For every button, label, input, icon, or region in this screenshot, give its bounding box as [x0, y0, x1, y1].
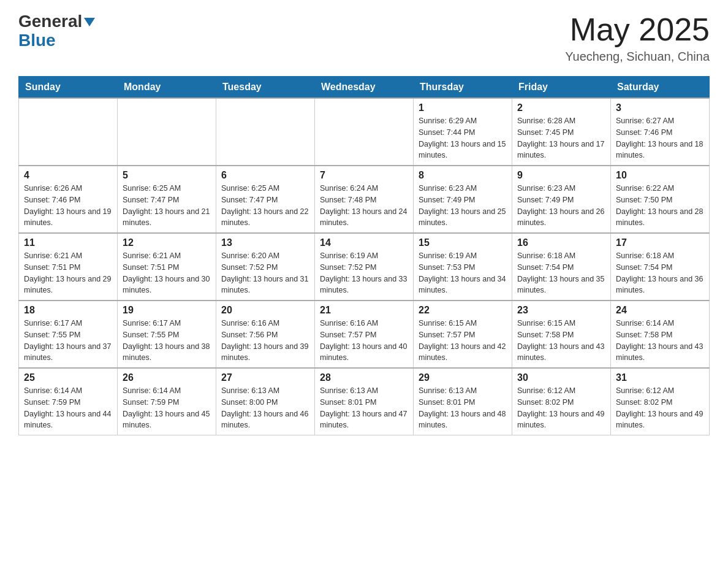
calendar-day-24: 24Sunrise: 6:14 AMSunset: 7:58 PMDayligh…	[611, 301, 710, 368]
day-number: 20	[221, 305, 309, 316]
calendar-day-27: 27Sunrise: 6:13 AMSunset: 8:00 PMDayligh…	[216, 368, 315, 435]
day-info: Sunrise: 6:17 AMSunset: 7:55 PMDaylight:…	[24, 318, 112, 364]
calendar-empty-cell	[118, 98, 216, 166]
calendar-day-21: 21Sunrise: 6:16 AMSunset: 7:57 PMDayligh…	[315, 301, 414, 368]
calendar-day-3: 3Sunrise: 6:27 AMSunset: 7:46 PMDaylight…	[611, 98, 710, 166]
weekday-header-monday: Monday	[118, 77, 216, 99]
calendar-day-25: 25Sunrise: 6:14 AMSunset: 7:59 PMDayligh…	[19, 368, 118, 435]
day-info: Sunrise: 6:22 AMSunset: 7:50 PMDaylight:…	[616, 183, 704, 229]
day-info: Sunrise: 6:25 AMSunset: 7:47 PMDaylight:…	[221, 183, 309, 229]
calendar-day-23: 23Sunrise: 6:15 AMSunset: 7:58 PMDayligh…	[512, 301, 611, 368]
weekday-header-tuesday: Tuesday	[216, 77, 315, 99]
day-info: Sunrise: 6:27 AMSunset: 7:46 PMDaylight:…	[616, 115, 704, 161]
calendar-day-30: 30Sunrise: 6:12 AMSunset: 8:02 PMDayligh…	[512, 368, 611, 435]
logo-arrow-icon	[84, 18, 95, 29]
day-info: Sunrise: 6:18 AMSunset: 7:54 PMDaylight:…	[517, 250, 605, 296]
day-number: 29	[419, 372, 507, 383]
calendar-table: SundayMondayTuesdayWednesdayThursdayFrid…	[18, 76, 710, 435]
day-number: 17	[616, 237, 704, 248]
day-info: Sunrise: 6:21 AMSunset: 7:51 PMDaylight:…	[123, 250, 211, 296]
logo-blue: Blue	[18, 31, 56, 50]
day-info: Sunrise: 6:26 AMSunset: 7:46 PMDaylight:…	[24, 183, 112, 229]
weekday-header-wednesday: Wednesday	[315, 77, 414, 99]
logo-general: General	[18, 12, 82, 31]
day-number: 26	[123, 372, 211, 383]
day-info: Sunrise: 6:16 AMSunset: 7:56 PMDaylight:…	[221, 318, 309, 364]
day-number: 22	[419, 305, 507, 316]
day-number: 1	[419, 102, 507, 113]
calendar-header-row: SundayMondayTuesdayWednesdayThursdayFrid…	[19, 77, 710, 99]
calendar-day-18: 18Sunrise: 6:17 AMSunset: 7:55 PMDayligh…	[19, 301, 118, 368]
calendar-day-4: 4Sunrise: 6:26 AMSunset: 7:46 PMDaylight…	[19, 166, 118, 233]
calendar-day-11: 11Sunrise: 6:21 AMSunset: 7:51 PMDayligh…	[19, 233, 118, 301]
day-info: Sunrise: 6:29 AMSunset: 7:44 PMDaylight:…	[419, 115, 507, 161]
month-year-title: May 2025	[565, 12, 710, 47]
day-info: Sunrise: 6:13 AMSunset: 8:00 PMDaylight:…	[221, 385, 309, 431]
calendar-day-16: 16Sunrise: 6:18 AMSunset: 7:54 PMDayligh…	[512, 233, 611, 301]
day-number: 8	[419, 170, 507, 181]
weekday-header-thursday: Thursday	[414, 77, 512, 99]
calendar-day-12: 12Sunrise: 6:21 AMSunset: 7:51 PMDayligh…	[118, 233, 216, 301]
calendar-day-13: 13Sunrise: 6:20 AMSunset: 7:52 PMDayligh…	[216, 233, 315, 301]
day-info: Sunrise: 6:13 AMSunset: 8:01 PMDaylight:…	[419, 385, 507, 431]
calendar-day-15: 15Sunrise: 6:19 AMSunset: 7:53 PMDayligh…	[414, 233, 512, 301]
calendar-week-row: 4Sunrise: 6:26 AMSunset: 7:46 PMDaylight…	[19, 166, 710, 233]
day-info: Sunrise: 6:14 AMSunset: 7:59 PMDaylight:…	[24, 385, 112, 431]
day-info: Sunrise: 6:25 AMSunset: 7:47 PMDaylight:…	[123, 183, 211, 229]
day-info: Sunrise: 6:24 AMSunset: 7:48 PMDaylight:…	[320, 183, 408, 229]
day-info: Sunrise: 6:17 AMSunset: 7:55 PMDaylight:…	[123, 318, 211, 364]
day-number: 6	[221, 170, 309, 181]
day-number: 19	[123, 305, 211, 316]
day-number: 11	[24, 237, 112, 248]
day-number: 13	[221, 237, 309, 248]
calendar-day-6: 6Sunrise: 6:25 AMSunset: 7:47 PMDaylight…	[216, 166, 315, 233]
day-info: Sunrise: 6:19 AMSunset: 7:53 PMDaylight:…	[419, 250, 507, 296]
day-info: Sunrise: 6:14 AMSunset: 7:58 PMDaylight:…	[616, 318, 704, 364]
calendar-day-9: 9Sunrise: 6:23 AMSunset: 7:49 PMDaylight…	[512, 166, 611, 233]
calendar-day-17: 17Sunrise: 6:18 AMSunset: 7:54 PMDayligh…	[611, 233, 710, 301]
calendar-day-19: 19Sunrise: 6:17 AMSunset: 7:55 PMDayligh…	[118, 301, 216, 368]
day-number: 16	[517, 237, 605, 248]
calendar-day-28: 28Sunrise: 6:13 AMSunset: 8:01 PMDayligh…	[315, 368, 414, 435]
calendar-day-10: 10Sunrise: 6:22 AMSunset: 7:50 PMDayligh…	[611, 166, 710, 233]
calendar-week-row: 11Sunrise: 6:21 AMSunset: 7:51 PMDayligh…	[19, 233, 710, 301]
day-number: 5	[123, 170, 211, 181]
calendar-day-20: 20Sunrise: 6:16 AMSunset: 7:56 PMDayligh…	[216, 301, 315, 368]
day-info: Sunrise: 6:23 AMSunset: 7:49 PMDaylight:…	[419, 183, 507, 229]
day-number: 9	[517, 170, 605, 181]
calendar-day-2: 2Sunrise: 6:28 AMSunset: 7:45 PMDaylight…	[512, 98, 611, 166]
day-number: 21	[320, 305, 408, 316]
calendar-empty-cell	[315, 98, 414, 166]
logo: General Blue	[18, 12, 95, 50]
location-subtitle: Yuecheng, Sichuan, China	[565, 50, 710, 64]
day-number: 14	[320, 237, 408, 248]
day-info: Sunrise: 6:16 AMSunset: 7:57 PMDaylight:…	[320, 318, 408, 364]
calendar-day-29: 29Sunrise: 6:13 AMSunset: 8:01 PMDayligh…	[414, 368, 512, 435]
day-number: 18	[24, 305, 112, 316]
calendar-day-7: 7Sunrise: 6:24 AMSunset: 7:48 PMDaylight…	[315, 166, 414, 233]
day-number: 7	[320, 170, 408, 181]
day-info: Sunrise: 6:14 AMSunset: 7:59 PMDaylight:…	[123, 385, 211, 431]
title-section: May 2025 Yuecheng, Sichuan, China	[565, 12, 710, 64]
day-number: 15	[419, 237, 507, 248]
calendar-empty-cell	[19, 98, 118, 166]
day-info: Sunrise: 6:28 AMSunset: 7:45 PMDaylight:…	[517, 115, 605, 161]
calendar-week-row: 18Sunrise: 6:17 AMSunset: 7:55 PMDayligh…	[19, 301, 710, 368]
calendar-week-row: 1Sunrise: 6:29 AMSunset: 7:44 PMDaylight…	[19, 98, 710, 166]
day-number: 24	[616, 305, 704, 316]
calendar-day-5: 5Sunrise: 6:25 AMSunset: 7:47 PMDaylight…	[118, 166, 216, 233]
weekday-header-saturday: Saturday	[611, 77, 710, 99]
day-number: 10	[616, 170, 704, 181]
day-info: Sunrise: 6:21 AMSunset: 7:51 PMDaylight:…	[24, 250, 112, 296]
day-info: Sunrise: 6:12 AMSunset: 8:02 PMDaylight:…	[517, 385, 605, 431]
svg-marker-0	[84, 18, 95, 26]
calendar-day-8: 8Sunrise: 6:23 AMSunset: 7:49 PMDaylight…	[414, 166, 512, 233]
calendar-day-14: 14Sunrise: 6:19 AMSunset: 7:52 PMDayligh…	[315, 233, 414, 301]
day-number: 2	[517, 102, 605, 113]
calendar-empty-cell	[216, 98, 315, 166]
day-number: 30	[517, 372, 605, 383]
day-info: Sunrise: 6:13 AMSunset: 8:01 PMDaylight:…	[320, 385, 408, 431]
day-number: 25	[24, 372, 112, 383]
calendar-day-1: 1Sunrise: 6:29 AMSunset: 7:44 PMDaylight…	[414, 98, 512, 166]
day-number: 4	[24, 170, 112, 181]
